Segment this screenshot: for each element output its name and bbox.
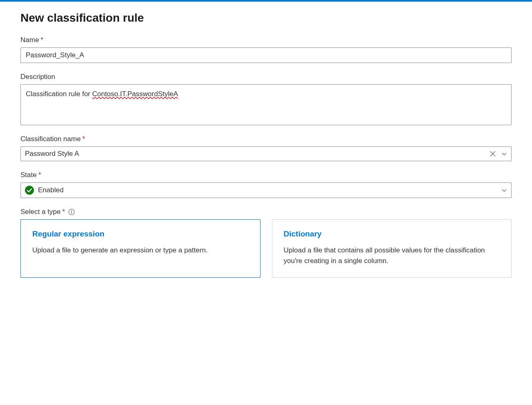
- chevron-down-icon[interactable]: [501, 151, 507, 157]
- description-prefix: Classification rule for: [26, 90, 92, 98]
- clear-icon[interactable]: [490, 151, 496, 157]
- state-label-text: State: [20, 171, 37, 179]
- dictionary-card-description: Upload a file that contains all possible…: [284, 245, 500, 266]
- name-label-text: Name: [20, 36, 39, 44]
- description-textarea[interactable]: Classification rule for Contoso.IT.Passw…: [20, 84, 512, 125]
- description-field-group: Description Classification rule for Cont…: [20, 73, 512, 125]
- svg-point-0: [25, 186, 34, 195]
- name-label: Name *: [20, 36, 512, 44]
- select-actions: [501, 187, 507, 193]
- svg-point-2: [71, 210, 72, 211]
- description-label-text: Description: [20, 73, 55, 81]
- required-indicator: *: [62, 208, 65, 216]
- state-field-group: State * Enabled: [20, 171, 512, 198]
- type-cards-row: Regular expression Upload a file to gene…: [20, 219, 512, 278]
- classification-name-label-text: Classification name: [20, 135, 81, 143]
- regex-card-title: Regular expression: [32, 230, 249, 239]
- state-label: State *: [20, 171, 512, 179]
- select-type-field-group: Select a type * Regular expression Uploa…: [20, 208, 512, 278]
- classification-name-value: Password Style A: [25, 150, 490, 158]
- required-indicator: *: [82, 135, 85, 143]
- regex-card-description: Upload a file to generate an expression …: [32, 245, 249, 256]
- select-type-label: Select a type *: [20, 208, 512, 216]
- classification-name-select[interactable]: Password Style A: [20, 146, 512, 161]
- form-container: New classification rule Name * Descripti…: [0, 2, 532, 304]
- classification-name-label: Classification name *: [20, 135, 512, 143]
- description-spellcheck-text: Contoso.IT.PasswordStyleA: [92, 90, 178, 98]
- description-label: Description: [20, 73, 512, 81]
- info-icon[interactable]: [68, 209, 75, 215]
- name-input[interactable]: [20, 47, 512, 63]
- state-select[interactable]: Enabled: [20, 182, 512, 198]
- type-card-dictionary[interactable]: Dictionary Upload a file that contains a…: [272, 219, 512, 278]
- name-field-group: Name *: [20, 36, 512, 63]
- state-value: Enabled: [38, 186, 501, 194]
- required-indicator: *: [38, 171, 41, 179]
- type-card-regex[interactable]: Regular expression Upload a file to gene…: [20, 219, 260, 278]
- select-type-label-text: Select a type: [20, 208, 61, 216]
- enabled-check-icon: [25, 186, 34, 195]
- required-indicator: *: [40, 36, 43, 44]
- select-actions: [490, 151, 507, 157]
- dictionary-card-title: Dictionary: [284, 230, 500, 239]
- page-title: New classification rule: [20, 11, 512, 25]
- chevron-down-icon[interactable]: [501, 187, 507, 193]
- classification-name-field-group: Classification name * Password Style A: [20, 135, 512, 161]
- svg-rect-3: [71, 212, 72, 214]
